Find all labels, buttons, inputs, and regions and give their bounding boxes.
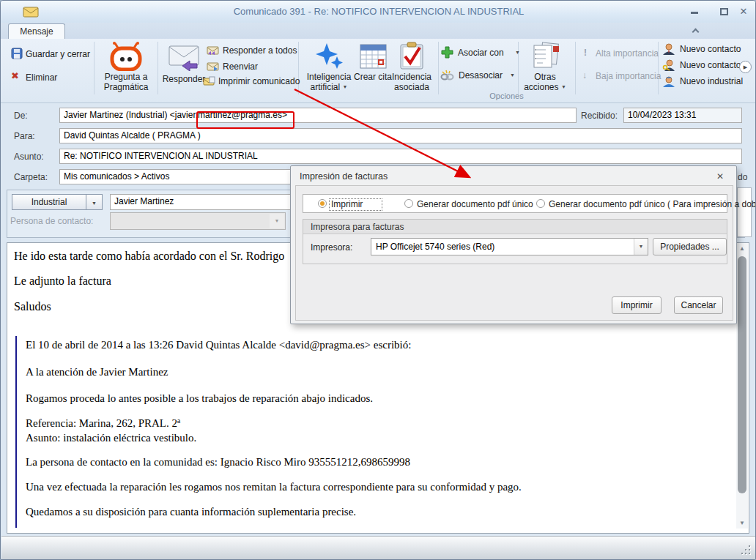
properties-button[interactable]: Propiedades ... [653,238,727,255]
scroll-up-icon[interactable]: ▲ [736,243,748,254]
title-bar: Comunicado 391 - Re: NOTIFICO INTERVENCI… [1,1,756,23]
contact-type-button[interactable]: Industrial [12,194,86,210]
forward-icon [207,61,219,71]
calendar-icon [360,42,387,69]
body-paragraph: Saludos [14,300,51,313]
ai-button[interactable]: Inteligencia artificial ▼ [300,40,358,99]
quote-line: Referencia: Marina, 262, PRAL. 2ª [26,417,180,430]
from-field[interactable]: Javier Martinez (Industrial) <javier.mar… [59,108,577,123]
person-icon [662,43,675,55]
dropdown-caret-icon: ▼ [515,50,520,55]
printer-label: Impresora: [311,242,352,253]
quote-line: Asunto: instalación eléctrica vestibulo. [26,432,196,444]
exclamation-icon: ! [584,48,587,58]
ribbon-group-label: Opciones [438,92,575,100]
printer-group-title: Impresora para facturas [303,220,727,234]
to-field[interactable]: David Quintas Alcalde ( PRAGMA ) [59,128,742,143]
dialog-close-icon[interactable]: ✕ [713,170,727,183]
minimize-button[interactable] [686,6,703,18]
dialog-title: Impresión de facturas [300,171,388,182]
dropdown-caret-icon: ▼ [270,214,284,228]
quote-line: El 10 de abril de 2014 a las 13:26 David… [26,339,411,351]
quote-line: Una vez efectuada la reparación les roga… [26,481,522,493]
save-icon [11,48,23,59]
contact-person-label: Persona de contacto: [10,216,93,226]
worker-icon [662,75,675,87]
body-paragraph: He ido esta tarde como había acordado co… [14,250,284,263]
subject-field[interactable]: Re: NOTIFICO INTERVENCION AL INDUSTRIAL [59,149,742,164]
plus-icon [441,46,453,59]
radio-pdf-unico-label[interactable]: Generar documento pdf único [417,199,533,209]
folder-label: Carpeta: [14,172,48,182]
documents-icon [531,42,560,70]
tab-mensaje[interactable]: Mensaje [8,23,65,39]
quoted-message: El 10 de abril de 2014 a las 13:26 David… [15,336,719,528]
received-label: Recibido: [581,111,618,121]
other-actions-label: Otras acciones ▼ [521,72,569,92]
print-mode-options: Imprimir Generar documento pdf único Gen… [303,194,727,213]
clipped-label-fragment: do [738,172,747,182]
dropdown-caret-icon: ▼ [634,239,648,255]
reply-all-icon [207,45,219,55]
to-label: Para: [14,131,35,141]
collapse-ribbon-icon[interactable] [693,27,700,34]
robot-icon [109,42,143,71]
create-appointment-button[interactable]: Crear cita [354,40,392,99]
clipped-side-field [737,187,752,237]
create-appointment-label: Crear cita [354,72,392,82]
ribbon: Guardar y cerrar ✖ Eliminar Pregunta a P… [1,39,756,103]
ask-pragmatica-button[interactable]: Pregunta a Pragmática [96,40,156,99]
associated-incident-label: Incidencia asociada [388,72,436,92]
radio-imprimir-label[interactable]: Imprimir [330,199,382,210]
ribbon-tab-row: Mensaje [1,23,756,39]
radio-imprimir[interactable] [318,199,327,208]
print-invoices-dialog: Impresión de facturas ✕ Imprimir Generar… [290,165,737,324]
dropdown-caret-icon: ▼ [510,72,515,78]
ai-label: Inteligencia artificial ▼ [300,72,358,92]
quote-line: Quedamos a su disposición para cuanta in… [26,506,356,518]
scroll-down-icon[interactable]: ▼ [736,518,748,529]
mail-message-window: Comunicado 391 - Re: NOTIFICO INTERVENCI… [0,0,756,560]
dropdown-caret-icon: ▼ [343,84,348,89]
quote-line: La persona de contacto en la comunidad e… [26,456,410,468]
cancel-button[interactable]: Cancelar [674,296,723,314]
dropdown-caret-icon: ▼ [92,201,97,206]
close-icon[interactable]: ✕ [735,6,752,18]
radio-pdf-unico[interactable] [404,199,413,208]
associated-incident-button[interactable]: Incidencia asociada [388,40,436,99]
scrollbar-thumb[interactable] [738,256,746,493]
annotation-highlight-box [196,111,294,129]
ask-pragmatica-label: Pregunta a Pragmática [96,72,156,92]
window-title: Comunicado 391 - Re: NOTIFICO INTERVENCI… [1,6,756,17]
received-field: 10/04/2023 13:31 [623,108,742,123]
delete-x-icon: ✖ [11,70,19,81]
contact-person-combo: ▼ [110,212,286,230]
from-label: De: [14,111,28,121]
maximize-button[interactable] [716,6,732,18]
quote-line: A la atención de Javier Martinez [26,366,168,378]
clipboard-check-icon [399,42,425,70]
dropdown-caret-icon: ▼ [561,84,566,89]
contact-type-dropdown[interactable]: ▼ [86,194,103,210]
print-envelope-icon [203,76,215,86]
radio-pdf-doble-cara-label[interactable]: Generar documento pdf único ( Para impre… [549,199,756,209]
reply-button[interactable]: Responder [159,40,209,99]
sparkles-icon [314,42,344,70]
printer-combo[interactable]: HP Officejet 5740 series (Red) ▼ [371,238,648,255]
other-actions-button[interactable]: Otras acciones ▼ [521,40,569,99]
subject-label: Asunto: [14,152,44,162]
broken-chain-icon [440,69,454,81]
print-button[interactable]: Imprimir [612,296,662,314]
reply-envelope-icon [168,43,201,71]
quote-line: Rogamos proceda lo antes posible a los t… [26,392,373,405]
body-paragraph: Le adjunto la factura [14,275,111,288]
radio-pdf-doble-cara[interactable] [536,199,545,208]
resize-grip[interactable] [741,545,750,554]
printer-groupbox: Impresora para facturas Impresora: HP Of… [303,219,727,264]
ribbon-overflow-button[interactable]: ▶ [739,61,752,73]
down-arrow-icon: ↓ [582,70,587,81]
person-key-icon [662,59,675,71]
status-bar [1,536,756,559]
